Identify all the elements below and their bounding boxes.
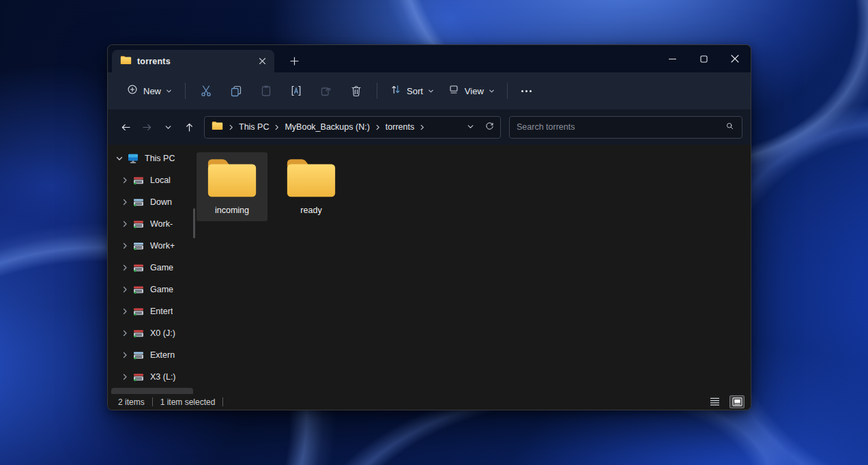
large-icons-view-button[interactable] [729,395,744,408]
chevron-icon[interactable] [120,286,130,293]
folder-icon [212,121,223,133]
back-button[interactable] [116,117,136,137]
up-button[interactable] [179,117,199,137]
chevron-icon[interactable] [120,352,130,358]
breadcrumb-segment[interactable]: This PC [239,122,269,132]
sort-button[interactable]: Sort [383,79,441,103]
sidebar-item-local[interactable]: Local [111,169,193,191]
sidebar-item-work-[interactable]: Work- [111,213,193,235]
file-list-area[interactable]: incoming ready [197,145,751,394]
maximize-button[interactable] [688,45,719,72]
chevron-right-icon[interactable] [274,121,280,133]
tab-torrents[interactable]: torrents [112,50,274,72]
arrow-up-icon [184,122,195,133]
rename-button[interactable] [281,79,311,103]
rename-icon [289,84,303,98]
sidebar-item-game[interactable]: Game [111,279,193,300]
tab-title: torrents [137,57,250,66]
recent-locations-button[interactable] [158,117,178,137]
minimize-button[interactable] [656,45,688,72]
view-button[interactable]: View [441,79,502,103]
chevron-icon[interactable] [120,177,130,184]
drive-icon [132,196,145,208]
refresh-icon[interactable] [484,121,495,134]
this-pc-icon [126,152,140,165]
file-explorer-window: torrents [107,44,751,410]
details-view-button[interactable] [707,395,722,408]
sidebar-item-x0-j-[interactable]: X0 (J:) [111,322,193,344]
chevron-right-icon[interactable] [375,121,381,133]
new-button[interactable]: New [119,79,179,103]
tab-close-icon[interactable] [255,55,269,68]
toolbar-divider [185,83,186,99]
arrow-right-icon [141,122,153,133]
chevron-icon[interactable] [120,264,130,271]
address-dropdown-icon[interactable] [467,121,474,133]
forward-button [137,117,157,137]
sidebar-item-this-pc[interactable]: This PC [111,147,193,169]
sidebar-scrollbar[interactable] [193,208,195,238]
chevron-right-icon[interactable] [419,121,425,133]
sidebar-item-x3-l-[interactable]: X3 (L:) [111,366,193,388]
chevron-icon[interactable] [120,221,130,227]
delete-button[interactable] [341,79,371,103]
folder-icon [205,156,259,202]
chevron-icon[interactable] [120,199,130,206]
toolbar-divider [377,83,377,99]
drive-icon [132,393,145,394]
sidebar-item-down[interactable]: Down [111,191,193,213]
sidebar-list: This PC Local Down Work- Work+ Game [108,147,197,394]
trash-icon [349,84,363,98]
breadcrumb-segment[interactable]: torrents [386,122,414,132]
chevron-icon[interactable] [120,374,130,380]
view-button-label: View [465,86,484,96]
copy-button[interactable] [221,79,251,103]
thumbnail-view-icon [732,397,742,406]
sidebar-item-entert[interactable]: Entert [111,300,193,322]
new-button-label: New [143,86,161,96]
drive-icon [132,283,145,296]
drive-icon [132,327,145,339]
drive-icon [132,240,145,252]
selection-count: 1 item selected [160,397,216,407]
drive-icon [132,174,145,186]
sort-arrows-icon [390,83,402,98]
chevron-icon[interactable] [120,242,130,249]
command-bar: New [108,72,751,109]
search-input[interactable] [517,122,725,132]
file-tile-incoming[interactable]: incoming [197,152,267,221]
sidebar-item-work-[interactable]: Work+ [111,235,193,257]
title-bar[interactable]: torrents [108,45,751,72]
address-bar[interactable]: This PCMyBook_Backups (N:)torrents [204,116,501,139]
clipboard-icon [259,84,273,98]
arrow-left-icon [120,122,132,133]
sidebar-item-extern[interactable]: Extern [111,344,193,366]
address-row: This PCMyBook_Backups (N:)torrents [108,109,751,145]
chevron-icon[interactable] [115,155,124,162]
chevron-down-icon [166,85,172,97]
search-box[interactable] [509,116,742,139]
view-layout-icon [448,83,460,98]
folder-icon [285,156,338,202]
chevron-down-icon [164,124,172,131]
drive-icon [132,262,145,274]
chevron-icon[interactable] [120,308,130,315]
close-button[interactable] [719,45,751,72]
sidebar-item-drive[interactable] [111,388,193,394]
status-divider [152,397,153,406]
cut-button[interactable] [191,79,221,103]
search-icon[interactable] [725,121,735,134]
see-more-button[interactable] [513,85,540,97]
sort-button-label: Sort [407,86,423,96]
content-area: This PC Local Down Work- Work+ Game [108,145,751,394]
chevron-icon[interactable] [120,330,130,337]
sidebar-item-game[interactable]: Game [111,257,193,279]
breadcrumb-segment[interactable]: MyBook_Backups (N:) [285,122,369,132]
folder-icon [120,55,132,68]
share-icon [319,84,333,98]
new-tab-button[interactable] [284,51,304,71]
list-view-icon [710,397,720,406]
drive-icon [132,218,145,230]
file-tile-ready[interactable]: ready [276,152,347,221]
drive-icon [132,371,145,383]
